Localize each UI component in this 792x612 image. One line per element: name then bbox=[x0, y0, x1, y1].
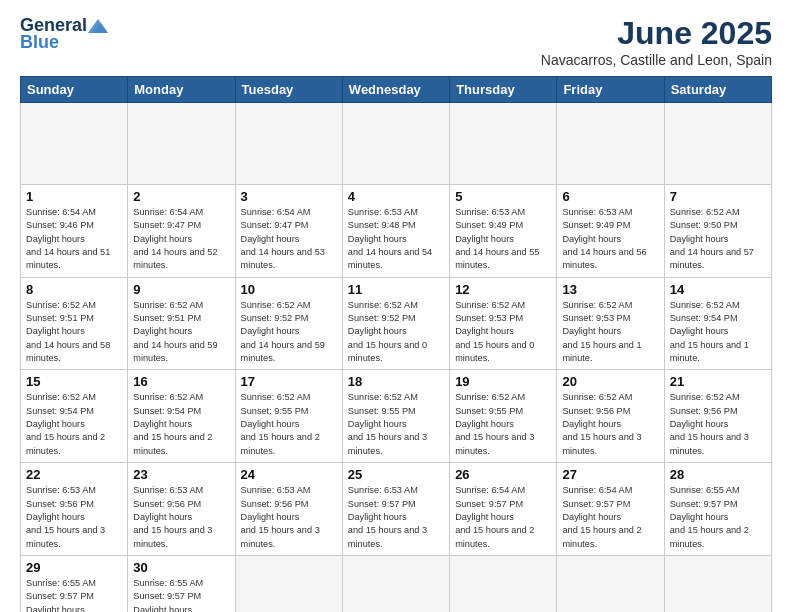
day-detail: Sunrise: 6:53 AMSunset: 9:56 PMDaylight … bbox=[241, 485, 320, 548]
calendar-cell: 18 Sunrise: 6:52 AMSunset: 9:55 PMDaylig… bbox=[342, 370, 449, 463]
day-detail: Sunrise: 6:52 AMSunset: 9:54 PMDaylight … bbox=[670, 300, 749, 363]
day-number: 29 bbox=[26, 560, 122, 575]
day-detail: Sunrise: 6:52 AMSunset: 9:56 PMDaylight … bbox=[670, 392, 749, 455]
day-detail: Sunrise: 6:52 AMSunset: 9:51 PMDaylight … bbox=[26, 300, 110, 363]
calendar-cell: 9 Sunrise: 6:52 AMSunset: 9:51 PMDayligh… bbox=[128, 277, 235, 370]
calendar-cell: 15 Sunrise: 6:52 AMSunset: 9:54 PMDaylig… bbox=[21, 370, 128, 463]
day-detail: Sunrise: 6:53 AMSunset: 9:48 PMDaylight … bbox=[348, 207, 432, 270]
day-number: 30 bbox=[133, 560, 229, 575]
calendar-cell: 29 Sunrise: 6:55 AMSunset: 9:57 PMDaylig… bbox=[21, 555, 128, 612]
day-number: 19 bbox=[455, 374, 551, 389]
calendar-header-row: Sunday Monday Tuesday Wednesday Thursday… bbox=[21, 77, 772, 103]
calendar-cell: 3 Sunrise: 6:54 AMSunset: 9:47 PMDayligh… bbox=[235, 185, 342, 278]
calendar-week-row: 22 Sunrise: 6:53 AMSunset: 9:56 PMDaylig… bbox=[21, 463, 772, 556]
calendar-cell: 14 Sunrise: 6:52 AMSunset: 9:54 PMDaylig… bbox=[664, 277, 771, 370]
day-detail: Sunrise: 6:53 AMSunset: 9:56 PMDaylight … bbox=[26, 485, 105, 548]
calendar-week-row: 29 Sunrise: 6:55 AMSunset: 9:57 PMDaylig… bbox=[21, 555, 772, 612]
day-detail: Sunrise: 6:52 AMSunset: 9:56 PMDaylight … bbox=[562, 392, 641, 455]
calendar-cell: 27 Sunrise: 6:54 AMSunset: 9:57 PMDaylig… bbox=[557, 463, 664, 556]
day-number: 5 bbox=[455, 189, 551, 204]
calendar-cell: 8 Sunrise: 6:52 AMSunset: 9:51 PMDayligh… bbox=[21, 277, 128, 370]
calendar-cell: 7 Sunrise: 6:52 AMSunset: 9:50 PMDayligh… bbox=[664, 185, 771, 278]
calendar-cell: 21 Sunrise: 6:52 AMSunset: 9:56 PMDaylig… bbox=[664, 370, 771, 463]
calendar-cell: 22 Sunrise: 6:53 AMSunset: 9:56 PMDaylig… bbox=[21, 463, 128, 556]
day-number: 7 bbox=[670, 189, 766, 204]
calendar-week-row: 15 Sunrise: 6:52 AMSunset: 9:54 PMDaylig… bbox=[21, 370, 772, 463]
day-detail: Sunrise: 6:52 AMSunset: 9:54 PMDaylight … bbox=[133, 392, 212, 455]
day-number: 2 bbox=[133, 189, 229, 204]
day-number: 4 bbox=[348, 189, 444, 204]
day-detail: Sunrise: 6:53 AMSunset: 9:56 PMDaylight … bbox=[133, 485, 212, 548]
page: General Blue June 2025 Navacarros, Casti… bbox=[0, 0, 792, 612]
day-number: 27 bbox=[562, 467, 658, 482]
calendar-cell bbox=[342, 555, 449, 612]
title-block: June 2025 Navacarros, Castille and Leon,… bbox=[541, 15, 772, 68]
main-title: June 2025 bbox=[541, 15, 772, 52]
day-number: 14 bbox=[670, 282, 766, 297]
day-detail: Sunrise: 6:55 AMSunset: 9:57 PMDaylight … bbox=[26, 578, 105, 612]
day-detail: Sunrise: 6:53 AMSunset: 9:57 PMDaylight … bbox=[348, 485, 427, 548]
day-detail: Sunrise: 6:52 AMSunset: 9:55 PMDaylight … bbox=[241, 392, 320, 455]
day-number: 13 bbox=[562, 282, 658, 297]
col-saturday: Saturday bbox=[664, 77, 771, 103]
calendar-cell: 1 Sunrise: 6:54 AMSunset: 9:46 PMDayligh… bbox=[21, 185, 128, 278]
day-number: 6 bbox=[562, 189, 658, 204]
day-number: 18 bbox=[348, 374, 444, 389]
day-detail: Sunrise: 6:52 AMSunset: 9:51 PMDaylight … bbox=[133, 300, 217, 363]
calendar-cell bbox=[235, 555, 342, 612]
calendar-cell: 25 Sunrise: 6:53 AMSunset: 9:57 PMDaylig… bbox=[342, 463, 449, 556]
day-detail: Sunrise: 6:54 AMSunset: 9:57 PMDaylight … bbox=[455, 485, 534, 548]
day-number: 3 bbox=[241, 189, 337, 204]
calendar-cell: 24 Sunrise: 6:53 AMSunset: 9:56 PMDaylig… bbox=[235, 463, 342, 556]
day-detail: Sunrise: 6:54 AMSunset: 9:47 PMDaylight … bbox=[133, 207, 217, 270]
day-detail: Sunrise: 6:52 AMSunset: 9:54 PMDaylight … bbox=[26, 392, 105, 455]
calendar-week-row: 1 Sunrise: 6:54 AMSunset: 9:46 PMDayligh… bbox=[21, 185, 772, 278]
day-number: 21 bbox=[670, 374, 766, 389]
day-detail: Sunrise: 6:53 AMSunset: 9:49 PMDaylight … bbox=[455, 207, 539, 270]
day-detail: Sunrise: 6:52 AMSunset: 9:53 PMDaylight … bbox=[455, 300, 534, 363]
calendar-cell: 30 Sunrise: 6:55 AMSunset: 9:57 PMDaylig… bbox=[128, 555, 235, 612]
calendar-week-row: 8 Sunrise: 6:52 AMSunset: 9:51 PMDayligh… bbox=[21, 277, 772, 370]
logo-blue: Blue bbox=[20, 32, 59, 53]
calendar-cell: 12 Sunrise: 6:52 AMSunset: 9:53 PMDaylig… bbox=[450, 277, 557, 370]
calendar-cell bbox=[664, 103, 771, 185]
day-number: 20 bbox=[562, 374, 658, 389]
day-detail: Sunrise: 6:52 AMSunset: 9:53 PMDaylight … bbox=[562, 300, 641, 363]
day-detail: Sunrise: 6:55 AMSunset: 9:57 PMDaylight … bbox=[133, 578, 212, 612]
col-tuesday: Tuesday bbox=[235, 77, 342, 103]
calendar-cell: 28 Sunrise: 6:55 AMSunset: 9:57 PMDaylig… bbox=[664, 463, 771, 556]
calendar-cell: 13 Sunrise: 6:52 AMSunset: 9:53 PMDaylig… bbox=[557, 277, 664, 370]
calendar-cell: 2 Sunrise: 6:54 AMSunset: 9:47 PMDayligh… bbox=[128, 185, 235, 278]
col-friday: Friday bbox=[557, 77, 664, 103]
calendar-cell bbox=[557, 103, 664, 185]
calendar-table: Sunday Monday Tuesday Wednesday Thursday… bbox=[20, 76, 772, 612]
calendar-week-row bbox=[21, 103, 772, 185]
calendar-cell bbox=[557, 555, 664, 612]
calendar-cell: 26 Sunrise: 6:54 AMSunset: 9:57 PMDaylig… bbox=[450, 463, 557, 556]
calendar-cell bbox=[342, 103, 449, 185]
day-number: 8 bbox=[26, 282, 122, 297]
day-number: 9 bbox=[133, 282, 229, 297]
day-number: 26 bbox=[455, 467, 551, 482]
logo: General Blue bbox=[20, 15, 109, 53]
day-number: 16 bbox=[133, 374, 229, 389]
day-detail: Sunrise: 6:54 AMSunset: 9:47 PMDaylight … bbox=[241, 207, 325, 270]
calendar-cell bbox=[450, 555, 557, 612]
day-detail: Sunrise: 6:52 AMSunset: 9:55 PMDaylight … bbox=[455, 392, 534, 455]
calendar-cell bbox=[128, 103, 235, 185]
calendar-cell: 10 Sunrise: 6:52 AMSunset: 9:52 PMDaylig… bbox=[235, 277, 342, 370]
header: General Blue June 2025 Navacarros, Casti… bbox=[20, 15, 772, 68]
day-detail: Sunrise: 6:52 AMSunset: 9:50 PMDaylight … bbox=[670, 207, 754, 270]
calendar-cell: 4 Sunrise: 6:53 AMSunset: 9:48 PMDayligh… bbox=[342, 185, 449, 278]
day-number: 11 bbox=[348, 282, 444, 297]
day-detail: Sunrise: 6:52 AMSunset: 9:52 PMDaylight … bbox=[241, 300, 325, 363]
col-thursday: Thursday bbox=[450, 77, 557, 103]
calendar-cell: 17 Sunrise: 6:52 AMSunset: 9:55 PMDaylig… bbox=[235, 370, 342, 463]
day-number: 12 bbox=[455, 282, 551, 297]
day-detail: Sunrise: 6:52 AMSunset: 9:55 PMDaylight … bbox=[348, 392, 427, 455]
col-wednesday: Wednesday bbox=[342, 77, 449, 103]
day-detail: Sunrise: 6:52 AMSunset: 9:52 PMDaylight … bbox=[348, 300, 427, 363]
calendar-cell bbox=[21, 103, 128, 185]
logo-icon bbox=[88, 19, 108, 33]
day-number: 25 bbox=[348, 467, 444, 482]
